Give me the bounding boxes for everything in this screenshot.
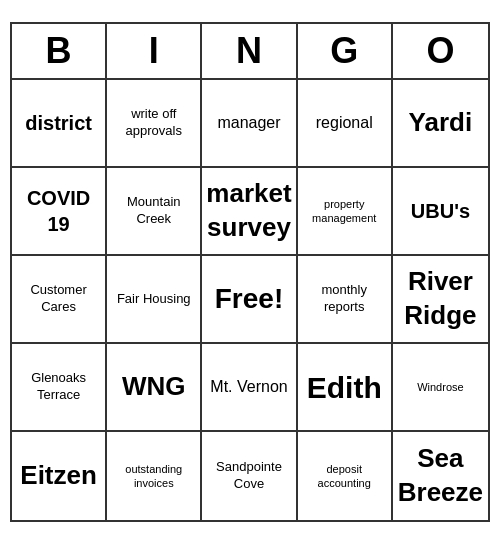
- bingo-header: B I N G O: [12, 24, 488, 80]
- bingo-cell-13[interactable]: monthly reports: [298, 256, 393, 344]
- bingo-cell-23[interactable]: deposit accounting: [298, 432, 393, 520]
- cell-text-1: write off approvals: [111, 106, 196, 140]
- bingo-cell-15[interactable]: Glenoaks Terrace: [12, 344, 107, 432]
- bingo-cell-21[interactable]: outstanding invoices: [107, 432, 202, 520]
- cell-text-2: manager: [217, 113, 280, 134]
- bingo-cell-6[interactable]: Mountain Creek: [107, 168, 202, 256]
- bingo-cell-17[interactable]: Mt. Vernon: [202, 344, 297, 432]
- bingo-cell-8[interactable]: property management: [298, 168, 393, 256]
- header-b: B: [12, 24, 107, 78]
- bingo-cell-0[interactable]: district: [12, 80, 107, 168]
- bingo-cell-3[interactable]: regional: [298, 80, 393, 168]
- cell-text-14: River Ridge: [397, 265, 484, 333]
- bingo-cell-16[interactable]: WNG: [107, 344, 202, 432]
- bingo-cell-9[interactable]: UBU's: [393, 168, 488, 256]
- cell-text-9: UBU's: [411, 198, 470, 224]
- cell-text-13: monthly reports: [302, 282, 387, 316]
- cell-text-0: district: [25, 110, 92, 136]
- cell-text-4: Yardi: [409, 106, 473, 140]
- bingo-cell-18[interactable]: Edith: [298, 344, 393, 432]
- cell-text-20: Eitzen: [20, 459, 97, 493]
- bingo-cell-11[interactable]: Fair Housing: [107, 256, 202, 344]
- cell-text-21: outstanding invoices: [111, 462, 196, 491]
- bingo-cell-14[interactable]: River Ridge: [393, 256, 488, 344]
- cell-text-3: regional: [316, 113, 373, 134]
- cell-text-17: Mt. Vernon: [210, 377, 287, 398]
- bingo-cell-1[interactable]: write off approvals: [107, 80, 202, 168]
- bingo-cell-12[interactable]: Free!: [202, 256, 297, 344]
- cell-text-8: property management: [302, 197, 387, 226]
- cell-text-11: Fair Housing: [117, 291, 191, 308]
- bingo-cell-10[interactable]: Customer Cares: [12, 256, 107, 344]
- header-o: O: [393, 24, 488, 78]
- cell-text-24: Sea Breeze: [397, 442, 484, 510]
- bingo-cell-7[interactable]: market survey: [202, 168, 297, 256]
- cell-text-19: Windrose: [417, 380, 463, 394]
- cell-text-12: Free!: [215, 281, 283, 317]
- cell-text-6: Mountain Creek: [111, 194, 196, 228]
- bingo-card: B I N G O districtwrite off approvalsman…: [10, 22, 490, 522]
- bingo-cell-20[interactable]: Eitzen: [12, 432, 107, 520]
- cell-text-15: Glenoaks Terrace: [16, 370, 101, 404]
- cell-text-22: Sandpointe Cove: [206, 459, 291, 493]
- bingo-cell-4[interactable]: Yardi: [393, 80, 488, 168]
- cell-text-10: Customer Cares: [16, 282, 101, 316]
- cell-text-5: COVID 19: [16, 185, 101, 237]
- bingo-grid: districtwrite off approvalsmanagerregion…: [12, 80, 488, 520]
- bingo-cell-22[interactable]: Sandpointe Cove: [202, 432, 297, 520]
- header-n: N: [202, 24, 297, 78]
- cell-text-23: deposit accounting: [302, 462, 387, 491]
- cell-text-18: Edith: [307, 368, 382, 407]
- bingo-cell-2[interactable]: manager: [202, 80, 297, 168]
- bingo-cell-24[interactable]: Sea Breeze: [393, 432, 488, 520]
- cell-text-7: market survey: [206, 177, 291, 245]
- header-g: G: [298, 24, 393, 78]
- bingo-cell-5[interactable]: COVID 19: [12, 168, 107, 256]
- header-i: I: [107, 24, 202, 78]
- bingo-cell-19[interactable]: Windrose: [393, 344, 488, 432]
- cell-text-16: WNG: [122, 370, 186, 404]
